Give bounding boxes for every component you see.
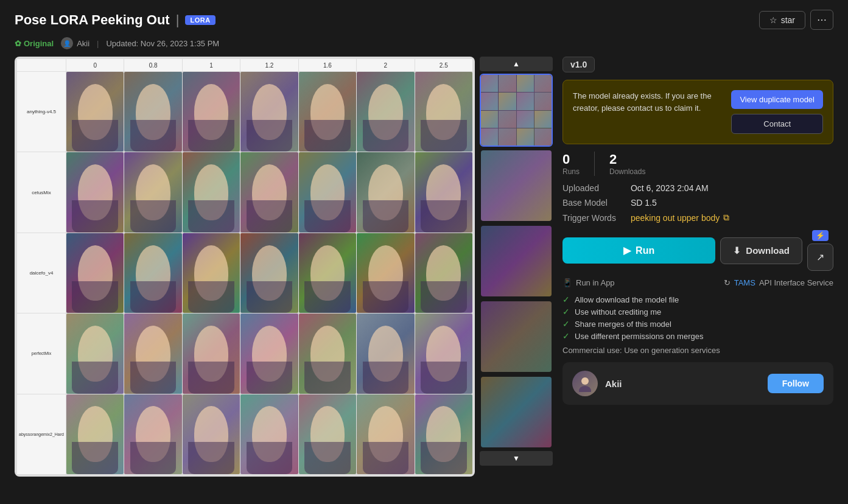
- grid-cell[interactable]: [299, 394, 356, 474]
- thumbnail-strip: ▲: [480, 57, 553, 477]
- grid-cell[interactable]: [240, 152, 298, 232]
- thumb-mini: [481, 93, 498, 110]
- phone-icon: 📱: [562, 278, 572, 287]
- thumbnail-4[interactable]: [480, 300, 553, 373]
- thumb-mini: [534, 111, 552, 128]
- grid-cell[interactable]: [124, 394, 181, 474]
- info-grid: Uploaded Oct 6, 2023 2:04 AM Base Model …: [562, 183, 833, 223]
- star-label: star: [781, 15, 795, 25]
- permission-label-4: Use different permissions on merges: [575, 332, 703, 341]
- original-icon: ✿: [15, 39, 21, 48]
- svg-point-0: [581, 377, 589, 385]
- share-section: ⚡ ↗: [807, 230, 833, 271]
- grid-cell[interactable]: [240, 394, 298, 474]
- download-label: Download: [746, 245, 790, 256]
- check-icon-4: ✓: [562, 331, 570, 341]
- lora-badge: LORA: [185, 15, 215, 25]
- grid-cell[interactable]: [357, 233, 414, 313]
- trigger-words-key: Trigger Words: [562, 213, 616, 223]
- author-name-meta: Akii: [77, 39, 89, 48]
- run-button[interactable]: ▶ Run: [562, 237, 715, 264]
- grid-cell[interactable]: [240, 233, 298, 313]
- grid-cell[interactable]: [66, 152, 124, 232]
- grid-cell[interactable]: [415, 313, 472, 393]
- col-header-3: 1.2: [240, 59, 298, 71]
- grid-cell[interactable]: [124, 233, 181, 313]
- col-header-2: 1: [183, 59, 240, 71]
- grid-cell[interactable]: [66, 313, 124, 393]
- grid-cell[interactable]: [415, 72, 472, 152]
- grid-cell[interactable]: [66, 72, 124, 152]
- stat-downloads: 2 Downloads: [594, 152, 660, 176]
- tams-service[interactable]: ↻ TAMS API Interface Service: [724, 278, 833, 287]
- thumb-mini: [517, 111, 534, 128]
- thumb-mini: [481, 111, 498, 128]
- thumb-mini: [499, 93, 516, 110]
- grid-cell[interactable]: [183, 394, 240, 474]
- duplicate-actions: View duplicate model Contact: [731, 90, 823, 134]
- thumb-nav-down[interactable]: ▼: [480, 451, 553, 466]
- grid-cell[interactable]: [299, 313, 356, 393]
- view-duplicate-button[interactable]: View duplicate model: [731, 90, 823, 109]
- api-service-label: API Interface Service: [759, 278, 833, 287]
- runs-label: Runs: [562, 167, 580, 176]
- thumb-single: [481, 377, 552, 447]
- more-icon: ⋯: [817, 15, 827, 25]
- grid-cell[interactable]: [415, 233, 472, 313]
- grid-cell[interactable]: [124, 72, 181, 152]
- follow-button[interactable]: Follow: [768, 374, 824, 393]
- main-image-container: 0 0.8 1 1.2 1.6 2 2.5 anything-v4.5: [15, 57, 475, 477]
- header-left: Pose LORA Peeking Out | LORA: [15, 12, 216, 28]
- thumb-mini: [534, 128, 552, 145]
- grid-cell[interactable]: [357, 152, 414, 232]
- grid-cell[interactable]: [183, 313, 240, 393]
- page-header: Pose LORA Peeking Out | LORA ☆ star ⋯: [0, 0, 848, 35]
- grid-cell[interactable]: [124, 313, 181, 393]
- thumb-mini: [481, 75, 498, 92]
- version-badge: v1.0: [562, 57, 833, 72]
- grid-cell[interactable]: [183, 72, 240, 152]
- grid-cell[interactable]: [66, 394, 124, 474]
- grid-cell[interactable]: [357, 394, 414, 474]
- play-icon: ▶: [623, 245, 631, 256]
- thumbnail-5[interactable]: [480, 376, 553, 449]
- col-header-6: 2.5: [415, 59, 472, 71]
- thumb-nav-up[interactable]: ▲: [480, 57, 553, 71]
- grid-cell[interactable]: [240, 72, 298, 152]
- grid-cell[interactable]: [357, 72, 414, 152]
- download-button[interactable]: ⬇ Download: [720, 237, 802, 264]
- grid-cell[interactable]: [66, 233, 124, 313]
- grid-cell[interactable]: [415, 152, 472, 232]
- grid-cell[interactable]: [240, 313, 298, 393]
- updated-date: Updated: Nov 26, 2023 1:35 PM: [106, 39, 219, 48]
- grid-cell[interactable]: [124, 152, 181, 232]
- grid-cell[interactable]: [183, 233, 240, 313]
- contact-button[interactable]: Contact: [731, 114, 823, 134]
- thumbnail-3[interactable]: [480, 225, 553, 298]
- grid-cell[interactable]: [299, 233, 356, 313]
- grid-cell[interactable]: [357, 313, 414, 393]
- permission-item-2: ✓ Use without crediting me: [562, 307, 833, 317]
- more-button[interactable]: ⋯: [810, 10, 833, 30]
- thumb-mini: [534, 75, 552, 92]
- author-row[interactable]: 👤 Akii: [61, 37, 89, 49]
- header-actions: ☆ star ⋯: [759, 10, 833, 30]
- author-info: Akii: [572, 371, 622, 396]
- star-button[interactable]: ☆ star: [759, 11, 805, 29]
- check-icon-1: ✓: [562, 295, 570, 304]
- grid-cell[interactable]: [299, 72, 356, 152]
- grid-cell[interactable]: [415, 394, 472, 474]
- permission-label-3: Share merges of this model: [575, 320, 671, 329]
- grid-cell[interactable]: [299, 152, 356, 232]
- author-card: Akii Follow: [562, 362, 833, 405]
- run-in-app[interactable]: 📱 Run in App: [562, 278, 615, 287]
- copy-icon[interactable]: ⧉: [723, 212, 729, 223]
- tams-label: TAMS: [734, 278, 755, 287]
- share-button[interactable]: ↗: [807, 243, 833, 271]
- thumbnail-2[interactable]: [480, 149, 553, 222]
- thumbnail-1[interactable]: [480, 74, 553, 147]
- row-label-4: perfectMix: [17, 313, 66, 393]
- share-icon: ↗: [816, 252, 824, 262]
- title-separator: |: [176, 12, 180, 28]
- grid-cell[interactable]: [183, 152, 240, 232]
